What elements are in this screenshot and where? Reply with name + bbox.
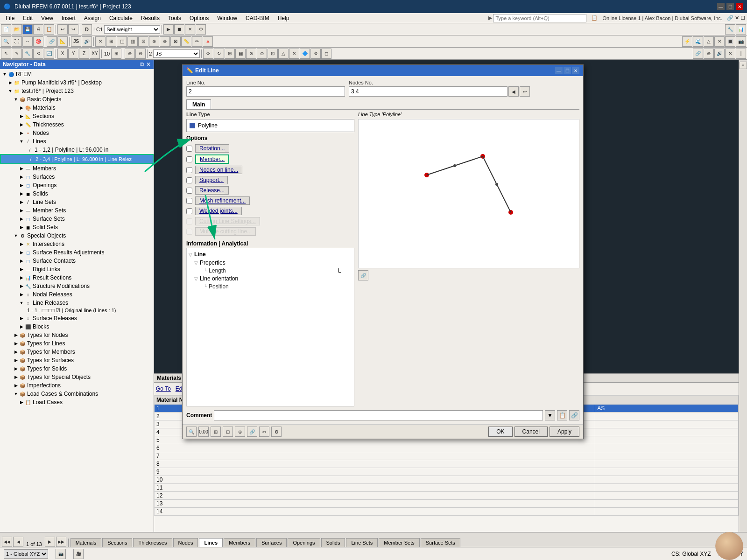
tb3-far3[interactable]: 🔊 [714, 49, 725, 59]
tree-line-1[interactable]: / 1 - 1,2 | Polyline | L: 96.000 in [0, 146, 154, 154]
tree-openings[interactable]: ▶ ◻ Openings [0, 181, 154, 189]
tb-right1[interactable]: 🔧 [725, 24, 735, 35]
menu-insert[interactable]: Insert [58, 14, 79, 22]
menu-calculate[interactable]: Calculate [106, 14, 136, 22]
surfaces-expand[interactable]: ▶ [19, 174, 24, 180]
nodes-prev-btn[interactable]: ◀ [508, 86, 519, 97]
tree-project-pump[interactable]: ▶ 📁 Pump Manifold v3.rf6* | Desktop [0, 78, 154, 87]
tb3-select[interactable]: JS [153, 49, 200, 58]
open-button[interactable]: 📂 [12, 24, 22, 35]
tree-project-test[interactable]: ▼ 📁 test.rf6* | Project 123 [0, 87, 154, 95]
dialog-maximize-btn[interactable]: ☐ [564, 67, 571, 74]
tree-special-objects[interactable]: ▼ ⚙ Special Objects [0, 231, 154, 240]
tb2-btn4[interactable]: 🎯 [33, 36, 43, 47]
tree-surf-results[interactable]: ▶ ◻ Surface Results Adjustments [0, 248, 154, 257]
tree-load-cases-sub[interactable]: ▶ 📋 Load Cases [0, 398, 154, 406]
typesnodes-expand[interactable]: ▶ [13, 332, 19, 338]
tree-line-releases[interactable]: ▼ ↕ Line Releases [0, 299, 154, 307]
tree-types-nodes[interactable]: ▶ 📦 Types for Nodes [0, 331, 154, 339]
tb2-btn11[interactable]: ▥ [127, 36, 138, 47]
tb2-btn15[interactable]: ⊠ [170, 36, 181, 47]
tree-result-sections[interactable]: ▶ 📊 Result Sections [0, 273, 154, 282]
tree-blocks[interactable]: ▶ ⬛ Blocks [0, 322, 154, 331]
tb2-right2[interactable]: 🌊 [693, 36, 703, 47]
tree-types-members[interactable]: ▶ 📦 Types for Members [0, 348, 154, 356]
tree-solidsets[interactable]: ▶ ◼ Solid Sets [0, 223, 154, 231]
linereleases-expand[interactable]: ▼ [19, 300, 24, 306]
menu-file[interactable]: File [2, 14, 18, 22]
menu-options[interactable]: Options [186, 14, 212, 22]
play-button[interactable]: ▶ [163, 24, 174, 35]
tb3-axis-y[interactable]: Y [68, 49, 78, 59]
tab-openings[interactable]: Openings [288, 538, 320, 547]
surfcontacts-expand[interactable]: ▶ [19, 258, 24, 264]
tb2-btn6[interactable]: 📐 [57, 36, 68, 47]
tree-thicknesses[interactable]: ▶ 📏 Thicknesses [0, 120, 154, 129]
imperfections-expand[interactable]: ▶ [13, 383, 19, 388]
nodalreleases-expand[interactable]: ▶ [19, 292, 24, 297]
solidsets-expand[interactable]: ▶ [19, 224, 24, 230]
dlg-tb-config-btn[interactable]: ⚙ [271, 427, 282, 437]
nav-last-btn[interactable]: ▶▶ [56, 537, 66, 547]
tb3-btn6[interactable]: ⟳ [203, 49, 213, 59]
typessurfaces-expand[interactable]: ▶ [13, 357, 19, 363]
tb3-far5[interactable]: | [736, 49, 746, 59]
window-controls[interactable]: — ☐ ✕ [717, 3, 743, 10]
maximize-button[interactable]: ☐ [726, 3, 734, 10]
tb3-btn3[interactable]: 🔧 [22, 49, 33, 59]
menu-help[interactable]: Help [274, 14, 293, 22]
coord-system-select[interactable]: 1 - Global XYZ [4, 549, 48, 559]
release-btn[interactable]: Release... [195, 186, 229, 195]
rfem-expand-icon[interactable]: ▼ [2, 71, 7, 77]
tb2-btn12[interactable]: ⊡ [138, 36, 148, 47]
tb2-btn2[interactable]: ⛶ [12, 36, 22, 47]
tb3-btn11[interactable]: ⊙ [257, 49, 267, 59]
tb3-btn7[interactable]: ↻ [214, 49, 224, 59]
mat-row[interactable]: 7 [155, 452, 739, 460]
thick-expand[interactable]: ▶ [19, 122, 24, 127]
cancel-button[interactable]: Cancel [514, 427, 548, 437]
member-btn[interactable]: Member... [195, 154, 229, 164]
dlg-tb-select-btn[interactable]: ⊡ [223, 427, 233, 437]
tree-line-2[interactable]: / 2 - 3,4 | Polyline | L: 96.000 in | Li… [0, 154, 154, 164]
release-checkbox[interactable] [186, 188, 192, 194]
basic-expand-icon[interactable]: ▼ [13, 97, 19, 102]
info-line-header[interactable]: ▽ Line [189, 250, 352, 259]
tree-materials[interactable]: ▶ 🎨 Materials [0, 104, 154, 112]
mat-row[interactable]: 8 [155, 460, 739, 468]
ok-button[interactable]: OK [488, 427, 512, 437]
menu-tools[interactable]: Tools [164, 14, 185, 22]
tree-rigid-links[interactable]: ▶ — Rigid Links [0, 265, 154, 273]
tb3-btn9[interactable]: ▦ [235, 49, 246, 59]
print2-button[interactable]: 📋 [44, 24, 54, 35]
tree-types-surfaces[interactable]: ▶ 📦 Types for Surfaces [0, 356, 154, 364]
tb3-btn13[interactable]: △ [278, 49, 289, 59]
keyword-search-input[interactable] [493, 14, 586, 22]
typesspecial-expand[interactable]: ▶ [13, 374, 19, 380]
nav-close-btn[interactable]: ✕ [146, 61, 151, 68]
menu-cadbim[interactable]: CAD-BIM [242, 14, 273, 22]
tab-sections[interactable]: Sections [102, 538, 132, 547]
resultsections-expand[interactable]: ▶ [19, 275, 24, 280]
tree-types-lines[interactable]: ▶ 📦 Types for Lines [0, 339, 154, 348]
comment-action-btn[interactable]: 🔗 [569, 410, 579, 420]
tools-btn1[interactable]: ✕ [185, 24, 195, 35]
tb3-btn16[interactable]: ⚙ [310, 49, 321, 59]
tb2-btn10[interactable]: ◫ [117, 36, 127, 47]
tree-lines[interactable]: ▼ / Lines [0, 137, 154, 146]
tb2-right5[interactable]: 🔳 [725, 36, 735, 47]
info-orientation-header[interactable]: ▽ Line orientation [189, 274, 352, 283]
stop-button[interactable]: ⏹ [174, 24, 184, 35]
member-checkbox[interactable] [186, 156, 192, 162]
tree-line-release-1[interactable]: 1 - 1 - □□□□ ☑ | Original line (Lines : … [0, 307, 154, 314]
nav-next-btn[interactable]: ▶ [45, 537, 55, 547]
menu-assign[interactable]: Assign [80, 14, 105, 22]
intersections-expand[interactable]: ▶ [19, 241, 24, 247]
tab-membersets[interactable]: Member Sets [379, 538, 419, 547]
tree-surf-contacts[interactable]: ▶ ◻ Surface Contacts [0, 257, 154, 265]
materials-expand[interactable]: ▶ [19, 105, 24, 111]
tb3-far4[interactable]: ✕ [725, 49, 735, 59]
tree-linesets[interactable]: ▶ / Line Sets [0, 198, 154, 206]
tab-main[interactable]: Main [186, 99, 211, 109]
tab-materials[interactable]: Materials [70, 538, 102, 547]
